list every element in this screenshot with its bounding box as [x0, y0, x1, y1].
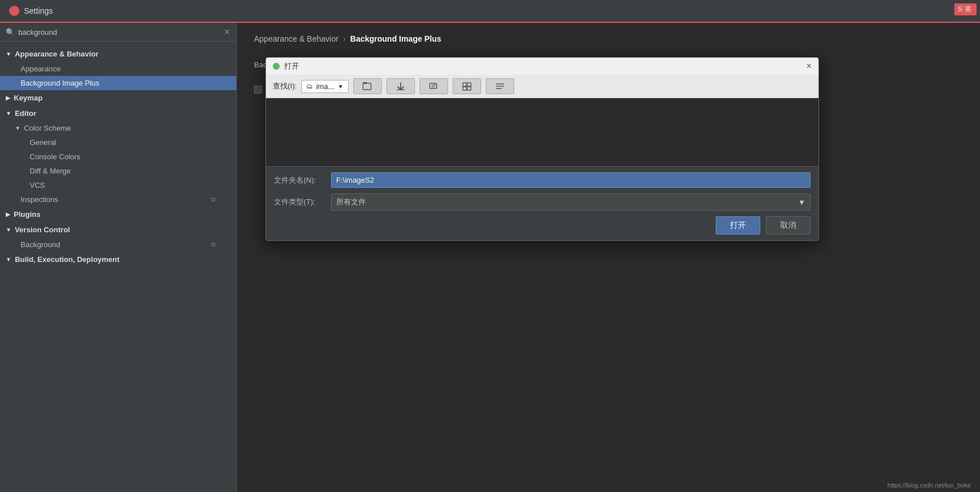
dialog-status-dot: [273, 63, 280, 70]
collapse-arrow-icon: ▼: [6, 51, 11, 57]
find-label: 查找(I):: [273, 81, 297, 91]
sogou-input-indicator: S 英·: [954, 3, 977, 15]
location-dropdown[interactable]: 🗂 ima... ▼: [301, 80, 349, 93]
copy-icon: ⧉: [211, 196, 216, 203]
filetype-value: 所有文件: [336, 197, 366, 207]
sidebar-item-label: General: [30, 138, 56, 147]
svg-rect-6: [363, 82, 367, 84]
sidebar-item-label: VCS: [30, 181, 45, 189]
bottom-url: https://blog.csdn.net/luo_boke: [888, 482, 971, 489]
cancel-button[interactable]: 取消: [766, 216, 810, 235]
content-area: Appearance & Behavior › Background Image…: [237, 23, 980, 492]
sidebar-section-keymap[interactable]: ▶ Keymap: [0, 90, 236, 106]
filetype-label: 文件类型(T):: [274, 197, 325, 207]
dialog-header: 打开 ×: [266, 58, 818, 75]
search-input[interactable]: [18, 28, 224, 37]
breadcrumb: Appearance & Behavior › Background Image…: [254, 34, 963, 43]
sidebar-item-general[interactable]: General: [0, 135, 236, 150]
app-icon: [9, 6, 19, 16]
title-bar: Settings: [0, 0, 980, 23]
sidebar-item-label: Diff & Merge: [30, 167, 71, 175]
dialog-actions: 打开 取消: [274, 216, 810, 235]
sidebar-section-label: Plugins: [14, 210, 41, 219]
sidebar-item-inspections[interactable]: Inspections ⧉: [0, 192, 236, 207]
dropdown-arrow-icon: ▼: [338, 83, 344, 90]
sidebar-item-background-image-plus[interactable]: Background Image Plus: [0, 76, 236, 90]
filetype-dropdown-icon: ▼: [798, 198, 805, 207]
copy-icon: ⧉: [211, 241, 216, 248]
dialog-close-button[interactable]: ×: [806, 61, 812, 71]
filetype-row: 文件类型(T): 所有文件 ▼: [274, 193, 810, 211]
sidebar-section-build[interactable]: ▼ Build, Execution, Deployment: [0, 252, 236, 267]
sidebar-section-label: Version Control: [15, 225, 70, 234]
breadcrumb-separator: ›: [343, 34, 346, 43]
collapse-arrow-icon: ▼: [6, 256, 11, 263]
window-title: Settings: [24, 6, 53, 15]
sidebar-section-label: Build, Execution, Deployment: [15, 255, 119, 264]
sidebar-item-label: Appearance: [21, 64, 61, 73]
sidebar-section-plugins[interactable]: ▶ Plugins: [0, 207, 236, 222]
sidebar-section-label: Editor: [15, 109, 37, 118]
collapse-arrow-icon: ▶: [6, 211, 10, 217]
toolbar-btn-1[interactable]: [353, 78, 382, 94]
svg-rect-8: [430, 83, 437, 88]
breadcrumb-part1: Appearance & Behavior: [254, 34, 338, 43]
sidebar-item-label: Inspections: [21, 195, 58, 204]
svg-rect-12: [467, 83, 471, 86]
file-open-dialog: 打开 × 查找(I): 🗂 ima... ▼: [265, 57, 819, 241]
dialog-title-row: 打开: [273, 61, 299, 71]
sidebar-section-version-control[interactable]: ▼ Version Control: [0, 222, 236, 237]
sidebar-item-label: Background: [21, 240, 60, 249]
collapse-arrow-icon: ▶: [6, 95, 10, 101]
location-value: ima...: [316, 82, 334, 91]
sidebar-item-label: Color Scheme: [24, 124, 71, 132]
sidebar-content: ▼ Appearance & Behavior Appearance Backg…: [0, 42, 236, 492]
search-clear-icon[interactable]: ✕: [224, 27, 231, 37]
svg-rect-14: [467, 87, 471, 90]
sidebar-item-label: Console Colors: [30, 152, 80, 161]
collapse-arrow-icon: ▼: [6, 227, 11, 233]
svg-rect-11: [463, 83, 466, 86]
toolbar-btn-3[interactable]: [420, 78, 448, 94]
breadcrumb-current: Background Image Plus: [350, 34, 441, 43]
filename-input[interactable]: [331, 172, 810, 188]
change-every-checkbox[interactable]: [254, 86, 262, 94]
sidebar-section-label: Appearance & Behavior: [15, 50, 99, 58]
search-icon: 🔍: [6, 28, 15, 37]
toolbar-btn-4[interactable]: [453, 78, 481, 94]
sidebar-section-color-scheme[interactable]: ▼ Color Scheme: [0, 121, 236, 135]
sidebar-item-diff-merge[interactable]: Diff & Merge: [0, 164, 236, 178]
dialog-toolbar: 查找(I): 🗂 ima... ▼: [266, 75, 818, 98]
main-layout: 🔍 ✕ ▼ Appearance & Behavior Appearance B…: [0, 23, 980, 492]
dialog-footer: 文件夹名(N): 文件类型(T): 所有文件 ▼ 打开 取消: [266, 167, 818, 240]
sidebar-section-editor[interactable]: ▼ Editor: [0, 106, 236, 121]
sidebar-item-vcs[interactable]: VCS: [0, 178, 236, 192]
sidebar-item-appearance[interactable]: Appearance: [0, 62, 236, 76]
sidebar-item-background-vc[interactable]: Background ⧉: [0, 237, 236, 252]
file-area: [266, 98, 818, 167]
folder-icon: 🗂: [306, 83, 313, 90]
collapse-arrow-icon: ▼: [6, 110, 11, 116]
filename-row: 文件夹名(N):: [274, 172, 810, 188]
svg-rect-5: [363, 83, 371, 90]
dialog-title: 打开: [284, 61, 299, 71]
collapse-arrow-icon: ▼: [15, 125, 21, 131]
search-bar: 🔍 ✕: [0, 23, 236, 42]
toolbar-btn-2[interactable]: [386, 78, 415, 94]
svg-rect-13: [463, 87, 466, 90]
sidebar-section-label: Keymap: [14, 94, 43, 102]
sidebar: 🔍 ✕ ▼ Appearance & Behavior Appearance B…: [0, 23, 237, 492]
sidebar-item-label: Background Image Plus: [21, 79, 99, 87]
filetype-select[interactable]: 所有文件 ▼: [331, 193, 810, 211]
filename-label: 文件夹名(N):: [274, 175, 325, 185]
toolbar-btn-5[interactable]: [486, 78, 514, 94]
sidebar-item-console-colors[interactable]: Console Colors: [0, 150, 236, 164]
sidebar-section-appearance-behavior[interactable]: ▼ Appearance & Behavior: [0, 46, 236, 62]
open-button[interactable]: 打开: [716, 216, 760, 235]
